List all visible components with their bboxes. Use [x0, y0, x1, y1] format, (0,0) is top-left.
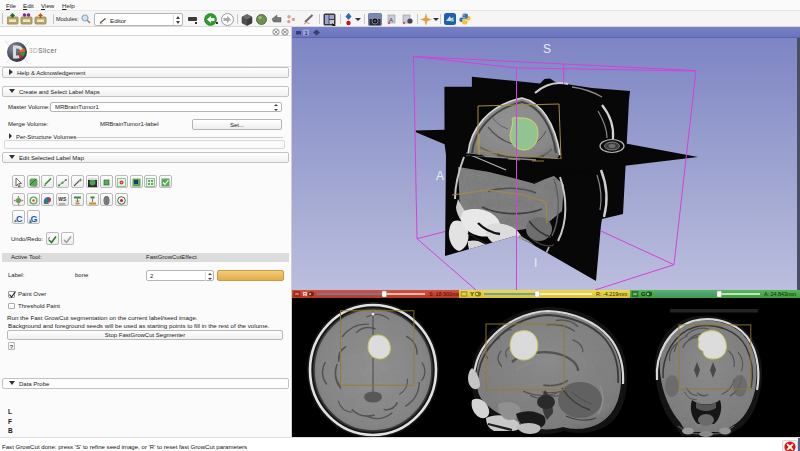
svg-text:Y: Y [470, 291, 474, 297]
svg-text:S: S [543, 42, 551, 56]
svg-text:A: A [436, 169, 444, 183]
svg-text:G: G [641, 291, 646, 297]
svg-text:R: R [303, 291, 308, 297]
svg-text:I: I [534, 256, 537, 270]
svg-text:C: C [16, 213, 23, 223]
svg-text:A: 24.843mm: A: 24.843mm [764, 291, 797, 297]
svg-text:G: G [30, 213, 37, 223]
svg-text:R: -4.219mm: R: -4.219mm [596, 291, 628, 297]
svg-text:note: note [59, 201, 66, 205]
svg-text:S: 18.900mm: S: 18.900mm [429, 291, 462, 297]
